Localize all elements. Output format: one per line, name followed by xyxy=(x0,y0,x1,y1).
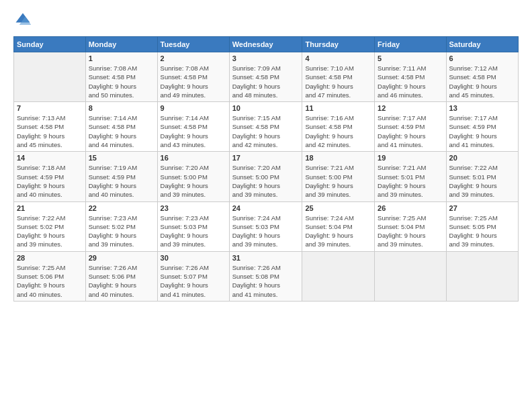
day-number: 11 xyxy=(305,104,371,112)
day-info: Sunrise: 7:14 AM Sunset: 4:58 PM Dayligh… xyxy=(89,113,154,149)
calendar-cell: 17Sunrise: 7:20 AM Sunset: 5:00 PM Dayli… xyxy=(229,152,302,201)
day-number: 30 xyxy=(161,254,226,262)
calendar-cell: 19Sunrise: 7:21 AM Sunset: 5:01 PM Dayli… xyxy=(375,152,446,201)
day-number: 19 xyxy=(378,154,443,162)
day-info: Sunrise: 7:09 AM Sunset: 4:58 PM Dayligh… xyxy=(232,64,300,99)
day-number: 18 xyxy=(305,154,371,162)
page: SundayMondayTuesdayWednesdayThursdayFrid… xyxy=(0,0,532,411)
calendar-cell: 27Sunrise: 7:25 AM Sunset: 5:05 PM Dayli… xyxy=(446,201,518,251)
day-number: 13 xyxy=(449,104,515,112)
calendar-cell: 6Sunrise: 7:12 AM Sunset: 4:58 PM Daylig… xyxy=(446,52,518,102)
calendar-week-row: 21Sunrise: 7:22 AM Sunset: 5:02 PM Dayli… xyxy=(14,201,519,251)
day-number: 20 xyxy=(449,154,515,162)
calendar-cell: 3Sunrise: 7:09 AM Sunset: 4:58 PM Daylig… xyxy=(229,52,302,102)
day-number: 9 xyxy=(161,104,226,112)
day-info: Sunrise: 7:20 AM Sunset: 5:00 PM Dayligh… xyxy=(232,163,300,199)
day-info: Sunrise: 7:23 AM Sunset: 5:03 PM Dayligh… xyxy=(161,214,226,249)
day-of-week-header: Thursday xyxy=(302,37,375,52)
calendar-cell xyxy=(302,251,375,301)
day-number: 1 xyxy=(89,54,154,62)
day-of-week-header: Monday xyxy=(85,37,157,52)
day-number: 4 xyxy=(305,54,371,62)
day-info: Sunrise: 7:25 AM Sunset: 5:05 PM Dayligh… xyxy=(449,214,515,249)
calendar-cell: 7Sunrise: 7:13 AM Sunset: 4:58 PM Daylig… xyxy=(14,102,86,152)
day-number: 24 xyxy=(232,204,300,212)
day-info: Sunrise: 7:21 AM Sunset: 5:01 PM Dayligh… xyxy=(378,163,443,199)
day-info: Sunrise: 7:17 AM Sunset: 4:59 PM Dayligh… xyxy=(378,113,443,149)
day-number: 29 xyxy=(89,254,154,262)
calendar-cell: 4Sunrise: 7:10 AM Sunset: 4:58 PM Daylig… xyxy=(302,52,375,102)
day-info: Sunrise: 7:23 AM Sunset: 5:02 PM Dayligh… xyxy=(89,214,154,249)
day-number: 27 xyxy=(449,204,515,212)
day-info: Sunrise: 7:20 AM Sunset: 5:00 PM Dayligh… xyxy=(161,163,226,199)
calendar-cell xyxy=(14,52,86,102)
calendar-cell: 31Sunrise: 7:26 AM Sunset: 5:08 PM Dayli… xyxy=(229,251,302,301)
day-info: Sunrise: 7:18 AM Sunset: 4:59 PM Dayligh… xyxy=(17,163,83,199)
day-number: 16 xyxy=(161,154,226,162)
day-number: 21 xyxy=(17,204,83,212)
day-of-week-header: Tuesday xyxy=(157,37,229,52)
day-info: Sunrise: 7:15 AM Sunset: 4:58 PM Dayligh… xyxy=(232,113,300,149)
calendar-cell: 25Sunrise: 7:24 AM Sunset: 5:04 PM Dayli… xyxy=(302,201,375,251)
day-info: Sunrise: 7:10 AM Sunset: 4:58 PM Dayligh… xyxy=(305,64,371,99)
day-number: 3 xyxy=(232,54,300,62)
calendar-cell xyxy=(375,251,446,301)
day-info: Sunrise: 7:25 AM Sunset: 5:06 PM Dayligh… xyxy=(17,263,83,299)
calendar-cell: 13Sunrise: 7:17 AM Sunset: 4:59 PM Dayli… xyxy=(446,102,518,152)
day-info: Sunrise: 7:14 AM Sunset: 4:58 PM Dayligh… xyxy=(161,113,226,149)
day-info: Sunrise: 7:26 AM Sunset: 5:06 PM Dayligh… xyxy=(89,263,154,299)
calendar-cell: 10Sunrise: 7:15 AM Sunset: 4:58 PM Dayli… xyxy=(229,102,302,152)
day-info: Sunrise: 7:26 AM Sunset: 5:08 PM Dayligh… xyxy=(232,263,300,299)
day-info: Sunrise: 7:16 AM Sunset: 4:58 PM Dayligh… xyxy=(305,113,371,149)
calendar-week-row: 7Sunrise: 7:13 AM Sunset: 4:58 PM Daylig… xyxy=(14,102,519,152)
calendar-cell: 24Sunrise: 7:24 AM Sunset: 5:03 PM Dayli… xyxy=(229,201,302,251)
day-of-week-header: Sunday xyxy=(14,37,86,52)
day-info: Sunrise: 7:08 AM Sunset: 4:58 PM Dayligh… xyxy=(89,64,154,99)
calendar-week-row: 1Sunrise: 7:08 AM Sunset: 4:58 PM Daylig… xyxy=(14,52,519,102)
day-number: 2 xyxy=(161,54,226,62)
calendar-cell: 8Sunrise: 7:14 AM Sunset: 4:58 PM Daylig… xyxy=(85,102,157,152)
day-number: 26 xyxy=(378,204,443,212)
day-number: 12 xyxy=(378,104,443,112)
calendar-cell: 1Sunrise: 7:08 AM Sunset: 4:58 PM Daylig… xyxy=(85,52,157,102)
day-info: Sunrise: 7:11 AM Sunset: 4:58 PM Dayligh… xyxy=(378,64,443,99)
calendar-cell: 23Sunrise: 7:23 AM Sunset: 5:03 PM Dayli… xyxy=(157,201,229,251)
day-info: Sunrise: 7:08 AM Sunset: 4:58 PM Dayligh… xyxy=(161,64,226,99)
calendar-week-row: 14Sunrise: 7:18 AM Sunset: 4:59 PM Dayli… xyxy=(14,152,519,201)
day-number: 31 xyxy=(232,254,300,262)
day-number: 6 xyxy=(449,54,515,62)
day-number: 5 xyxy=(378,54,443,62)
day-info: Sunrise: 7:12 AM Sunset: 4:58 PM Dayligh… xyxy=(449,64,515,99)
calendar-cell: 16Sunrise: 7:20 AM Sunset: 5:00 PM Dayli… xyxy=(157,152,229,201)
calendar-cell: 26Sunrise: 7:25 AM Sunset: 5:04 PM Dayli… xyxy=(375,201,446,251)
calendar-cell: 2Sunrise: 7:08 AM Sunset: 4:58 PM Daylig… xyxy=(157,52,229,102)
calendar-cell: 9Sunrise: 7:14 AM Sunset: 4:58 PM Daylig… xyxy=(157,102,229,152)
day-info: Sunrise: 7:22 AM Sunset: 5:02 PM Dayligh… xyxy=(17,214,83,249)
day-info: Sunrise: 7:24 AM Sunset: 5:04 PM Dayligh… xyxy=(305,214,371,249)
calendar-cell: 18Sunrise: 7:21 AM Sunset: 5:00 PM Dayli… xyxy=(302,152,375,201)
day-number: 23 xyxy=(161,204,226,212)
day-info: Sunrise: 7:22 AM Sunset: 5:01 PM Dayligh… xyxy=(449,163,515,199)
day-info: Sunrise: 7:17 AM Sunset: 4:59 PM Dayligh… xyxy=(449,113,515,149)
day-number: 22 xyxy=(89,204,154,212)
header-row: SundayMondayTuesdayWednesdayThursdayFrid… xyxy=(14,37,519,52)
day-number: 14 xyxy=(17,154,83,162)
calendar-cell: 11Sunrise: 7:16 AM Sunset: 4:58 PM Dayli… xyxy=(302,102,375,152)
calendar-cell: 30Sunrise: 7:26 AM Sunset: 5:07 PM Dayli… xyxy=(157,251,229,301)
day-of-week-header: Friday xyxy=(375,37,446,52)
day-of-week-header: Saturday xyxy=(446,37,518,52)
day-info: Sunrise: 7:13 AM Sunset: 4:58 PM Dayligh… xyxy=(17,113,83,149)
calendar-cell: 5Sunrise: 7:11 AM Sunset: 4:58 PM Daylig… xyxy=(375,52,446,102)
day-info: Sunrise: 7:26 AM Sunset: 5:07 PM Dayligh… xyxy=(161,263,226,299)
calendar-cell: 22Sunrise: 7:23 AM Sunset: 5:02 PM Dayli… xyxy=(85,201,157,251)
day-info: Sunrise: 7:24 AM Sunset: 5:03 PM Dayligh… xyxy=(232,214,300,249)
day-number: 7 xyxy=(17,104,83,112)
day-number: 28 xyxy=(17,254,83,262)
calendar-cell: 12Sunrise: 7:17 AM Sunset: 4:59 PM Dayli… xyxy=(375,102,446,152)
calendar-cell: 29Sunrise: 7:26 AM Sunset: 5:06 PM Dayli… xyxy=(85,251,157,301)
day-number: 10 xyxy=(232,104,300,112)
calendar-cell: 15Sunrise: 7:19 AM Sunset: 4:59 PM Dayli… xyxy=(85,152,157,201)
calendar-cell: 14Sunrise: 7:18 AM Sunset: 4:59 PM Dayli… xyxy=(14,152,86,201)
day-info: Sunrise: 7:21 AM Sunset: 5:00 PM Dayligh… xyxy=(305,163,371,199)
calendar-cell: 21Sunrise: 7:22 AM Sunset: 5:02 PM Dayli… xyxy=(14,201,86,251)
